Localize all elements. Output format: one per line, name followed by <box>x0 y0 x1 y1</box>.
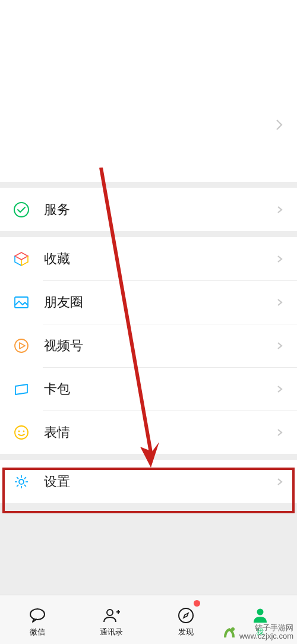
svg-point-25 <box>257 609 263 615</box>
svg-line-14 <box>24 485 26 487</box>
tab-label: 微信 <box>30 627 45 637</box>
watermark-name: 铲子手游网 <box>239 624 293 632</box>
svg-point-5 <box>15 426 28 439</box>
group-settings: 设置 <box>0 460 297 503</box>
svg-point-26 <box>231 627 235 631</box>
row-label: 视频号 <box>44 337 285 355</box>
row-label: 朋友圈 <box>44 293 285 311</box>
row-label: 收藏 <box>44 250 285 268</box>
svg-line-13 <box>17 477 18 479</box>
group-services: 服务 <box>0 188 297 231</box>
svg-point-7 <box>23 430 25 432</box>
svg-point-20 <box>107 610 113 615</box>
row-label: 卡包 <box>44 380 285 398</box>
contacts-icon <box>102 605 122 626</box>
row-label: 设置 <box>44 473 285 491</box>
watermark-logo-icon <box>222 624 237 640</box>
chevron-right-icon <box>276 255 284 263</box>
svg-point-3 <box>15 339 28 352</box>
svg-point-8 <box>19 479 24 484</box>
watermark-url: www.czjxjc.com <box>239 632 293 640</box>
row-channels[interactable]: 视频号 <box>0 324 297 367</box>
svg-point-6 <box>18 430 20 432</box>
tab-label: 发现 <box>178 627 194 637</box>
cube-icon <box>12 250 31 269</box>
tab-contacts[interactable]: 通讯录 <box>74 595 148 644</box>
watermark-text: 铲子手游网 www.czjxjc.com <box>239 624 293 640</box>
profile-header[interactable] <box>0 0 297 182</box>
row-favorites[interactable]: 收藏 <box>0 237 297 280</box>
row-settings[interactable]: 设置 <box>0 460 297 503</box>
svg-marker-4 <box>20 343 25 349</box>
chevron-right-icon <box>276 342 284 350</box>
chevron-right-icon <box>276 428 284 437</box>
svg-marker-1 <box>15 252 28 260</box>
tab-discover[interactable]: 发现 <box>148 595 223 644</box>
row-moments[interactable]: 朋友圈 <box>0 280 297 324</box>
smile-icon <box>12 423 31 442</box>
compass-icon <box>176 605 196 626</box>
chevron-right-icon <box>276 206 284 214</box>
svg-point-23 <box>179 608 193 623</box>
play-circle-icon <box>12 336 31 355</box>
services-icon <box>12 200 31 219</box>
tab-label: 通讯录 <box>100 627 123 637</box>
svg-point-0 <box>14 203 29 217</box>
row-services[interactable]: 服务 <box>0 188 297 231</box>
person-icon <box>250 605 270 626</box>
chevron-right-icon <box>276 298 284 307</box>
svg-point-19 <box>30 609 45 620</box>
svg-line-15 <box>24 477 26 479</box>
chevron-right-icon <box>276 478 284 486</box>
chevron-right-icon <box>276 118 284 134</box>
row-cards[interactable]: 卡包 <box>0 367 297 411</box>
row-label: 服务 <box>44 201 285 219</box>
notification-dot-icon <box>194 600 200 607</box>
watermark: 铲子手游网 www.czjxjc.com <box>222 624 293 640</box>
tab-chats[interactable]: 微信 <box>0 595 74 644</box>
svg-line-16 <box>17 485 18 487</box>
gear-icon <box>12 472 31 491</box>
chat-bubble-icon <box>27 605 48 626</box>
row-stickers[interactable]: 表情 <box>0 411 297 454</box>
svg-rect-2 <box>15 297 28 308</box>
group-main: 收藏 朋友圈 视频号 卡包 表情 <box>0 237 297 454</box>
svg-marker-24 <box>184 613 188 618</box>
card-icon <box>12 380 31 399</box>
gallery-icon <box>12 293 31 312</box>
row-label: 表情 <box>44 424 285 441</box>
chevron-right-icon <box>276 385 284 393</box>
